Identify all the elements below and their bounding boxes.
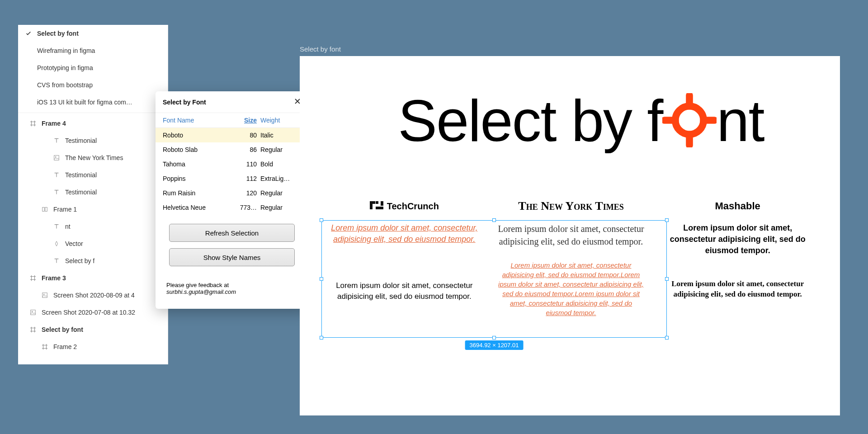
text-icon: [52, 188, 61, 196]
page-item[interactable]: Wireframing in figma: [18, 42, 168, 59]
frame-icon: [29, 326, 37, 334]
image-icon: [52, 154, 61, 162]
testimonial-text: Lorem ipsum dolor sit amet, consectetur …: [658, 216, 817, 263]
page-item[interactable]: Select by font: [18, 25, 168, 42]
layer-label: Testimonial: [65, 171, 97, 179]
font-size: 773…: [230, 204, 257, 211]
page-item[interactable]: iOS 13 UI kit built for figma com…: [18, 94, 168, 111]
frame-icon: [29, 119, 37, 127]
layer-row[interactable]: nt: [18, 218, 168, 235]
vector-icon: [52, 240, 61, 248]
frame-label[interactable]: Select by font: [300, 45, 341, 53]
header-size[interactable]: Size: [230, 117, 257, 124]
header-name[interactable]: Font Name: [163, 117, 226, 124]
font-row[interactable]: Roboto Slab86Regular: [156, 142, 308, 157]
layer-label: Screen Shot 2020-08-09 at 4: [53, 292, 135, 299]
selection-size-badge: 3694.92 × 1207.01: [465, 340, 524, 350]
layer-label: Screen Shot 2020-07-08 at 10.32: [42, 309, 135, 316]
text-icon: [52, 222, 61, 231]
brand-techcrunch: TechCrunch: [325, 196, 484, 216]
font-weight: Regular: [260, 204, 301, 211]
svg-rect-0: [54, 156, 59, 160]
checkmark-icon: [24, 29, 33, 38]
layer-label: nt: [65, 223, 71, 230]
brand-mashable: Mashable: [658, 196, 817, 216]
layer-tree: Frame 4TestimonialThe New York TimesTest…: [18, 115, 168, 355]
logo-heading: Select by fnt: [341, 87, 821, 161]
table-header: Font Name Size Weight: [156, 113, 308, 128]
layer-row[interactable]: Screen Shot 2020-07-08 at 10.32: [18, 304, 168, 321]
image-icon: [41, 291, 49, 299]
font-size: 120: [230, 189, 257, 197]
font-row[interactable]: Tahoma110Bold: [156, 157, 308, 171]
layer-row[interactable]: Select by f: [18, 252, 168, 269]
header-weight[interactable]: Weight: [260, 117, 301, 124]
layer-label: The New York Times: [65, 154, 123, 161]
svg-rect-2: [42, 208, 44, 212]
font-weight: Regular: [260, 146, 301, 153]
plugin-title: Select by Font: [163, 99, 206, 106]
page-item[interactable]: CVS from bootstrap: [18, 76, 168, 94]
col-mashable: Mashable Lorem ipsum dolor sit amet, con…: [656, 196, 820, 324]
layer-label: Frame 1: [53, 206, 77, 213]
font-weight: ExtraLig…: [260, 175, 301, 182]
font-row[interactable]: Roboto80Italic: [156, 128, 308, 142]
layer-label: Testimonial: [65, 137, 97, 144]
testimonial-text: Lorem ipsum dolor sit amet, consectetur …: [658, 272, 817, 307]
show-styles-button[interactable]: Show Style Names: [169, 248, 295, 266]
svg-point-5: [43, 294, 44, 295]
svg-point-7: [32, 311, 33, 312]
svg-rect-3: [45, 208, 47, 212]
text-icon: [52, 171, 61, 179]
layer-row[interactable]: Frame 2: [18, 338, 168, 355]
font-name: Roboto: [163, 132, 226, 139]
canvas-frame[interactable]: Select by fnt TechCrunch Lorem ipsum dol…: [300, 56, 840, 415]
layer-row[interactable]: Select by font: [18, 321, 168, 338]
font-name: Roboto Slab: [163, 146, 226, 153]
page-list: Select by font Wireframing in figma Prot…: [18, 25, 168, 111]
page-label: Prototyping in figma: [37, 64, 93, 71]
text-icon: [52, 137, 61, 145]
layers-panel: Select by font Wireframing in figma Prot…: [18, 25, 168, 364]
svg-rect-6: [31, 310, 36, 315]
page-label: iOS 13 UI kit built for figma com…: [37, 99, 132, 106]
font-size: 112: [230, 175, 257, 182]
layer-row[interactable]: Screen Shot 2020-08-09 at 4: [18, 287, 168, 304]
font-name: Poppins: [163, 175, 226, 182]
layer-row[interactable]: Frame 4: [18, 115, 168, 132]
font-weight: Italic: [260, 132, 301, 139]
layer-row[interactable]: Vector: [18, 235, 168, 252]
page-label: Select by font: [37, 30, 79, 37]
layer-row[interactable]: Testimonial: [18, 184, 168, 201]
group-icon: [41, 205, 49, 213]
font-row[interactable]: Poppins112ExtraLig…: [156, 171, 308, 186]
refresh-button[interactable]: Refresh Selection: [169, 224, 295, 242]
layer-label: Vector: [65, 240, 83, 247]
svg-point-8: [675, 106, 703, 134]
selection-box[interactable]: 3694.92 × 1207.01: [321, 220, 667, 338]
layer-label: Select by f: [65, 257, 94, 264]
layer-row[interactable]: Frame 1: [18, 201, 168, 218]
layer-row[interactable]: The New York Times: [18, 149, 168, 166]
font-name: Helvetica Neue: [163, 204, 226, 211]
frame-icon: [41, 343, 49, 351]
layer-row[interactable]: Testimonial: [18, 166, 168, 184]
image-icon: [29, 308, 37, 316]
layer-label: Frame 3: [42, 274, 66, 282]
svg-rect-4: [42, 293, 47, 298]
font-weight: Bold: [260, 160, 301, 168]
layer-row[interactable]: Frame 3: [18, 269, 168, 287]
font-row[interactable]: Rum Raisin120Regular: [156, 186, 308, 200]
font-size: 86: [230, 146, 257, 153]
layer-row[interactable]: Testimonial: [18, 132, 168, 149]
target-icon: [662, 93, 717, 161]
font-row[interactable]: Helvetica Neue773…Regular: [156, 200, 308, 215]
font-name: Tahoma: [163, 160, 226, 168]
page-label: Wireframing in figma: [37, 47, 95, 54]
layer-label: Testimonial: [65, 189, 97, 196]
layer-label: Frame 2: [53, 343, 77, 350]
text-icon: [52, 257, 61, 265]
frame-icon: [29, 274, 37, 282]
page-item[interactable]: Prototyping in figma: [18, 59, 168, 76]
plugin-titlebar[interactable]: Select by Font: [156, 91, 308, 113]
